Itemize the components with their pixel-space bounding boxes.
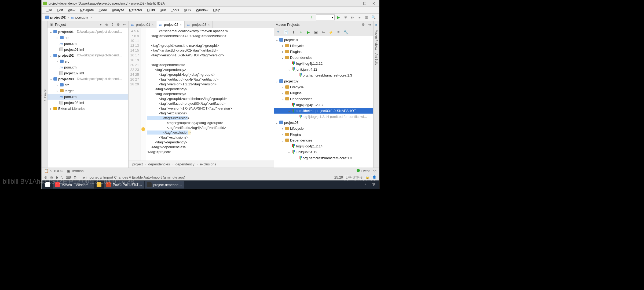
collapse-all-icon[interactable]: ≡ xyxy=(335,29,342,35)
maven-module-project01[interactable]: ⌄project01 xyxy=(274,37,373,43)
tab-project03[interactable]: mproject03× xyxy=(185,21,213,28)
maven-dep-item[interactable]: ⌄junit:junit:4.12 xyxy=(274,66,373,72)
close-icon[interactable]: × xyxy=(208,23,210,26)
toggle-icon[interactable]: ⇋ xyxy=(320,29,327,35)
offline-icon[interactable]: ⚡ xyxy=(328,29,334,35)
maven-lifecycle[interactable]: ›Lifecycle xyxy=(274,125,373,131)
close-icon[interactable]: × xyxy=(180,23,182,26)
maven-dep-item-omitted[interactable]: log4j:log4j:1.2.14 (omitted for conflict… xyxy=(274,114,373,119)
maven-dependencies[interactable]: ⌄Dependencies xyxy=(274,55,373,60)
tree-file-iml[interactable]: project01.iml xyxy=(47,46,128,52)
tree-file-iml[interactable]: project02.iml xyxy=(47,70,128,76)
menu-refactor[interactable]: Refactor xyxy=(127,7,144,13)
maven-module-project02[interactable]: ⌄project02 xyxy=(274,78,373,84)
menu-vcs[interactable]: VCS xyxy=(182,7,193,13)
maximize-button[interactable]: ☐ xyxy=(361,1,368,6)
editor-breadcrumbs[interactable]: project› dependencies› dependency› exclu… xyxy=(129,161,274,168)
close-button[interactable]: ✕ xyxy=(370,1,378,6)
terminal-tab[interactable]: ▣ Terminal xyxy=(67,169,85,173)
maven-dep-item[interactable]: org.hamcrest:hamcrest-core:1.3 xyxy=(274,72,373,78)
maven-lifecycle[interactable]: ›Lifecycle xyxy=(274,84,373,90)
add-icon[interactable]: ＋ xyxy=(298,29,304,35)
maven-dep-item[interactable]: log4j:log4j:1.2.13 xyxy=(274,102,373,108)
breadcrumb-file[interactable]: m pom.xml xyxy=(70,15,90,20)
settings-icon[interactable]: 🔧 xyxy=(343,29,349,35)
tab-maven-projects[interactable]: m xyxy=(374,22,379,28)
maven-dep-item[interactable]: log4j:log4j:1.2.12 xyxy=(274,60,373,66)
menu-tools[interactable]: Tools xyxy=(169,7,181,13)
maven-dep-item[interactable]: org.hamcrest:hamcrest-core:1.3 xyxy=(274,155,373,161)
tree-folder-src[interactable]: ›src xyxy=(47,35,128,41)
tree-file-pom[interactable]: mpom.xml xyxy=(47,41,128,46)
maven-module-project03[interactable]: ⌄project03 xyxy=(274,119,373,125)
tree-module-project02[interactable]: ⌄project02 D:\workspace\project-depend… xyxy=(47,52,128,58)
project-view-icon[interactable]: ▣ xyxy=(49,22,54,27)
maven-dependencies[interactable]: ⌄Dependencies xyxy=(274,137,373,143)
maven-plugins[interactable]: ›Plugins xyxy=(274,90,373,96)
breadcrumb-project[interactable]: project02 xyxy=(44,15,67,20)
debug-button[interactable]: ⛯ xyxy=(343,15,349,20)
menu-help[interactable]: Help xyxy=(211,7,222,13)
generate-icon[interactable]: 📄 xyxy=(283,29,289,35)
maven-dep-item[interactable]: ⌄junit:junit:4.12 xyxy=(274,149,373,155)
maven-plugins[interactable]: ›Plugins xyxy=(274,131,373,137)
tree-module-project01[interactable]: ⌄project01 D:\workspace\project-depend… xyxy=(47,29,128,35)
menu-code[interactable]: Code xyxy=(97,7,109,13)
menu-edit[interactable]: Edit xyxy=(55,7,65,13)
locate-icon[interactable]: ⊕ xyxy=(104,22,109,27)
structure-button[interactable]: ▦ xyxy=(364,15,369,20)
menu-run[interactable]: Run xyxy=(158,7,168,13)
tab-project[interactable]: 1: Project xyxy=(43,87,47,103)
tree-file-pom-selected[interactable]: mpom.xml xyxy=(47,94,128,100)
collapse-icon[interactable]: ⇕ xyxy=(110,22,115,27)
maven-dep-item-selected[interactable]: ⌄com.itheima:project03:1.0-SNAPSHOT xyxy=(274,108,373,114)
menu-build[interactable]: Build xyxy=(145,7,157,13)
dropdown-icon[interactable]: ▾ xyxy=(98,22,103,27)
download-icon[interactable]: ⬇ xyxy=(290,29,297,35)
minimize-button[interactable]: — xyxy=(352,1,359,6)
tree-file-iml[interactable]: project03.iml xyxy=(47,100,128,106)
maven-lifecycle[interactable]: ›Lifecycle xyxy=(274,43,373,49)
build-button[interactable]: ⬇ xyxy=(309,15,315,20)
tab-project01[interactable]: mproject01× xyxy=(129,21,156,28)
todo-tab[interactable]: 📋 6: TODO xyxy=(44,169,63,173)
tab-ant-build[interactable]: Ant Build xyxy=(374,52,379,67)
menu-navigate[interactable]: Navigate xyxy=(78,7,96,13)
event-log-tab[interactable]: Event Log xyxy=(357,169,376,173)
run-config-combo[interactable]: ▾ xyxy=(316,15,335,20)
task-intellij[interactable]: project-depende… xyxy=(145,181,184,189)
bookmark-icon[interactable]: 🔖 xyxy=(42,93,42,97)
maven-plugins[interactable]: ›Plugins xyxy=(274,49,373,55)
close-icon[interactable]: × xyxy=(152,23,153,26)
menu-file[interactable]: File xyxy=(44,7,54,13)
menu-window[interactable]: Window xyxy=(194,7,210,13)
gear-icon[interactable]: ⚙ xyxy=(116,22,121,27)
project-tree[interactable]: ⌄project01 D:\workspace\project-depend… … xyxy=(47,28,128,168)
tab-project02[interactable]: mproject02× xyxy=(156,21,184,28)
code-content[interactable]: xsi:schemaLocation="http://maven.apache.… xyxy=(146,28,274,161)
tree-folder-src[interactable]: ›src xyxy=(47,58,128,64)
tree-folder-target[interactable]: ›target xyxy=(47,88,128,94)
search-everywhere-button[interactable]: 🔍 xyxy=(371,15,376,20)
hide-icon[interactable]: ⇤ xyxy=(122,22,127,27)
run-icon[interactable]: ▶ xyxy=(305,29,312,35)
hide-icon[interactable]: ⇥ xyxy=(367,22,372,27)
menu-view[interactable]: View xyxy=(65,7,77,13)
coverage-button[interactable]: ⏭ xyxy=(350,15,356,20)
tree-module-project03[interactable]: ⌄project03 D:\workspace\project-depend… xyxy=(47,76,128,82)
menu-analyze[interactable]: Analyze xyxy=(110,7,126,13)
tree-folder-src[interactable]: ›src xyxy=(47,82,128,88)
tree-file-pom[interactable]: mpom.xml xyxy=(47,64,128,70)
maven-tree[interactable]: ⌄project01 ›Lifecycle ›Plugins ⌄Dependen… xyxy=(274,36,373,168)
bulb-icon[interactable] xyxy=(141,127,145,131)
stop-button[interactable]: ■ xyxy=(357,15,363,20)
code-editor[interactable]: 4 5 6 7 8 9 10 11 12 13 14 15 16 17 18 1… xyxy=(129,28,274,161)
reimport-icon[interactable]: ⟳ xyxy=(275,29,281,35)
tree-external-libraries[interactable]: ›External Libraries xyxy=(47,106,128,111)
gear-icon[interactable]: ⚙ xyxy=(361,22,366,27)
maven-dep-item[interactable]: log4j:log4j:1.2.14 xyxy=(274,143,373,149)
execute-icon[interactable]: ▣ xyxy=(313,29,319,35)
run-button[interactable]: ▶ xyxy=(336,15,342,20)
maven-dependencies[interactable]: ⌄Dependencies xyxy=(274,96,373,102)
tab-maven-label[interactable]: Maven Projects xyxy=(374,28,379,52)
